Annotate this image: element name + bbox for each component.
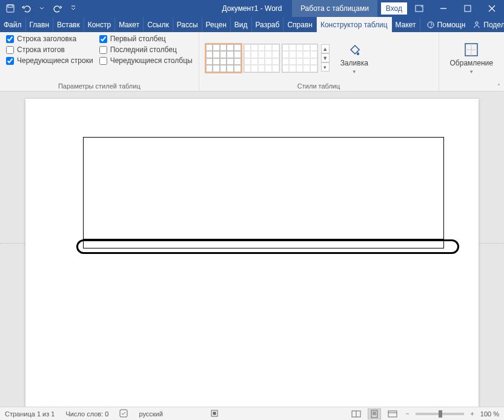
bucket-icon xyxy=(346,41,363,58)
contextual-tab-label: Работа с таблицами xyxy=(292,0,377,17)
document-page[interactable] xyxy=(25,99,479,407)
zoom-in[interactable]: ＋ xyxy=(469,409,476,418)
view-read-mode[interactable] xyxy=(350,408,363,419)
borders-icon xyxy=(463,41,480,58)
checkbox-total-row[interactable]: Строка итогов xyxy=(6,45,93,54)
svg-rect-3 xyxy=(465,5,471,12)
view-print-layout[interactable] xyxy=(368,408,381,419)
table-row[interactable] xyxy=(84,138,443,239)
checkbox-header-row[interactable]: Строка заголовка xyxy=(6,35,93,43)
svg-rect-11 xyxy=(371,410,377,418)
status-word-count[interactable]: Число слов: 0 xyxy=(65,410,108,418)
group-title-style-options: Параметры стилей таблиц xyxy=(6,81,193,90)
share-button[interactable]: Поделиться xyxy=(472,21,504,29)
view-web-layout[interactable] xyxy=(386,408,399,419)
checkbox-banded-columns[interactable]: Чередующиеся столбцы xyxy=(99,56,193,65)
tell-me-button[interactable]: Помощн xyxy=(426,21,466,29)
gallery-scroll-up[interactable]: ▲ xyxy=(321,44,330,53)
minimize-button[interactable] xyxy=(431,0,456,17)
table-style-2[interactable] xyxy=(244,44,280,73)
table-styles-gallery: ▲ ▼ ▾ xyxy=(205,44,330,73)
qat-customize[interactable] xyxy=(67,2,80,15)
gallery-scroll-down[interactable]: ▼ xyxy=(321,53,330,62)
tab-review[interactable]: Рецен xyxy=(202,17,231,32)
tab-table-layout[interactable]: Макет xyxy=(392,17,420,32)
group-table-styles: ▲ ▼ ▾ Заливка ▼ Стили таблиц xyxy=(199,32,439,91)
tab-table-design[interactable]: Конструктор таблиц xyxy=(317,17,392,32)
tab-home[interactable]: Главн xyxy=(26,17,54,32)
redo-button[interactable] xyxy=(51,2,64,15)
svg-rect-12 xyxy=(388,411,397,417)
zoom-slider[interactable] xyxy=(416,413,464,415)
tab-view[interactable]: Вид xyxy=(231,17,252,32)
save-button[interactable] xyxy=(4,2,17,15)
status-page[interactable]: Страница 1 из 1 xyxy=(5,410,55,418)
table-row[interactable] xyxy=(84,239,443,248)
tab-design[interactable]: Констр xyxy=(84,17,115,32)
quick-access-toolbar xyxy=(0,2,84,15)
checkbox-last-column[interactable]: Последний столбец xyxy=(99,45,193,54)
svg-rect-1 xyxy=(8,5,13,7)
tab-help[interactable]: Справн xyxy=(284,17,317,32)
tab-file[interactable]: Файл xyxy=(0,17,26,32)
status-macro-icon[interactable] xyxy=(210,409,219,419)
tell-me-label: Помощн xyxy=(437,21,466,29)
checkbox-banded-rows[interactable]: Чередующиеся строки xyxy=(6,56,93,65)
undo-button[interactable] xyxy=(19,2,33,15)
ribbon: Строка заголовка Строка итогов Чередующи… xyxy=(0,32,504,92)
tab-layout[interactable]: Макет xyxy=(115,17,144,32)
svg-point-5 xyxy=(476,21,478,24)
document-workspace xyxy=(0,92,504,407)
table-style-1[interactable] xyxy=(205,44,242,73)
svg-rect-7 xyxy=(120,410,127,417)
collapse-ribbon[interactable]: ˄ xyxy=(497,83,500,90)
gallery-more[interactable]: ▾ xyxy=(321,62,330,72)
tab-references[interactable]: Ссылк xyxy=(144,17,173,32)
zoom-level[interactable]: 100 % xyxy=(480,410,499,418)
group-title-table-styles: Стили таблиц xyxy=(205,81,433,90)
svg-rect-9 xyxy=(213,412,216,415)
share-label: Поделиться xyxy=(483,21,504,29)
gallery-scroll: ▲ ▼ ▾ xyxy=(321,44,330,72)
zoom-out[interactable]: － xyxy=(404,409,411,418)
title-right: Работа с таблицами Вход xyxy=(292,0,504,17)
shading-button[interactable]: Заливка ▼ xyxy=(336,41,373,74)
ribbon-display-options[interactable] xyxy=(407,0,431,17)
checkbox-first-column[interactable]: Первый столбец xyxy=(99,35,193,43)
window-title: Документ1 - Word xyxy=(222,0,282,17)
tab-developer[interactable]: Разраб xyxy=(252,17,284,32)
tab-insert[interactable]: Вставк xyxy=(53,17,84,32)
table-style-3[interactable] xyxy=(282,44,318,73)
chevron-down-icon: ▼ xyxy=(352,69,357,75)
close-button[interactable] xyxy=(480,0,504,17)
title-bar: Документ1 - Word Работа с таблицами Вход xyxy=(0,0,504,17)
document-table[interactable] xyxy=(83,137,444,248)
tab-mailings[interactable]: Рассы xyxy=(173,17,202,32)
status-bar: Страница 1 из 1 Число слов: 0 русский － … xyxy=(0,407,504,420)
status-spell-icon[interactable] xyxy=(119,409,128,419)
borders-button[interactable]: Обрамление ▼ xyxy=(445,41,498,74)
sign-in-button[interactable]: Вход xyxy=(381,2,407,15)
group-borders: Обрамление ▼ xyxy=(439,32,504,91)
chevron-down-icon: ▼ xyxy=(469,69,474,75)
ribbon-tabs: Файл Главн Вставк Констр Макет Ссылк Рас… xyxy=(0,17,504,32)
status-language[interactable]: русский xyxy=(139,410,162,418)
group-table-style-options: Строка заголовка Строка итогов Чередующи… xyxy=(0,32,199,91)
maximize-button[interactable] xyxy=(456,0,480,17)
undo-dropdown[interactable] xyxy=(35,2,48,15)
